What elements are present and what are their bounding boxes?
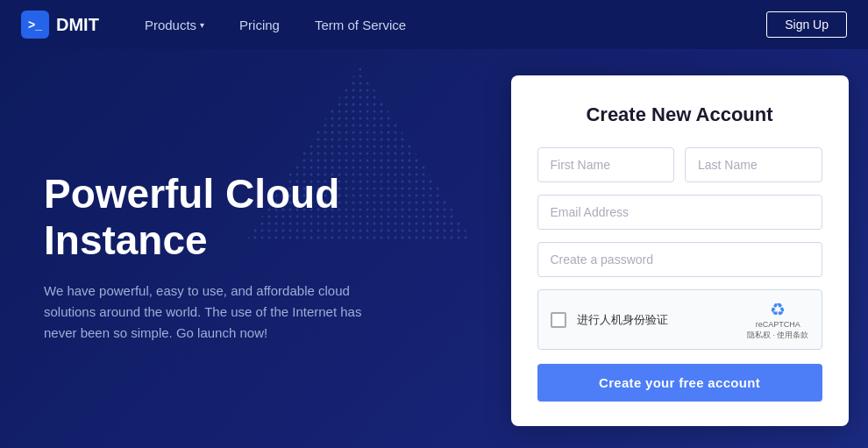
nav-links: Products ▾ Pricing Term of Service bbox=[127, 0, 766, 49]
nav-pricing[interactable]: Pricing bbox=[222, 0, 297, 49]
brand: >_ DMIT bbox=[21, 11, 99, 39]
hero-content: Powerful Cloud Instance We have powerful… bbox=[0, 49, 491, 448]
chevron-down-icon: ▾ bbox=[200, 20, 204, 30]
hero-form-area: Create New Account 进行人机身份验证 ♻ reCAPTCHA … bbox=[491, 49, 868, 448]
email-group bbox=[537, 195, 822, 230]
recaptcha-logo: ♻ reCAPTCHA 隐私权 · 使用条款 bbox=[747, 299, 809, 340]
nav-tos[interactable]: Term of Service bbox=[297, 0, 423, 49]
password-group bbox=[537, 242, 822, 277]
recaptcha-label: 进行人机身份验证 bbox=[577, 312, 740, 328]
card-title: Create New Account bbox=[537, 103, 822, 126]
navbar: >_ DMIT Products ▾ Pricing Term of Servi… bbox=[0, 0, 868, 49]
brand-name: DMIT bbox=[56, 15, 99, 35]
signup-button[interactable]: Sign Up bbox=[766, 11, 847, 38]
first-name-input[interactable] bbox=[537, 147, 675, 182]
hero-title: Powerful Cloud Instance bbox=[44, 171, 447, 264]
password-input[interactable] bbox=[537, 242, 822, 277]
recaptcha-brand: reCAPTCHA bbox=[756, 320, 800, 331]
hero-section: Powerful Cloud Instance We have powerful… bbox=[0, 49, 868, 448]
recaptcha-box[interactable]: 进行人机身份验证 ♻ reCAPTCHA 隐私权 · 使用条款 bbox=[537, 289, 822, 350]
recaptcha-links: 隐私权 · 使用条款 bbox=[747, 331, 809, 341]
brand-icon: >_ bbox=[21, 11, 49, 39]
last-name-input[interactable] bbox=[685, 147, 822, 182]
name-row bbox=[537, 147, 822, 182]
hero-description: We have powerful, easy to use, and affor… bbox=[44, 281, 377, 344]
recaptcha-checkbox[interactable] bbox=[551, 312, 566, 328]
email-input[interactable] bbox=[537, 195, 822, 230]
recaptcha-icon: ♻ bbox=[770, 299, 786, 320]
create-account-button[interactable]: Create your free account bbox=[537, 364, 822, 402]
nav-products[interactable]: Products ▾ bbox=[127, 0, 222, 49]
signup-card: Create New Account 进行人机身份验证 ♻ reCAPTCHA … bbox=[511, 75, 849, 426]
